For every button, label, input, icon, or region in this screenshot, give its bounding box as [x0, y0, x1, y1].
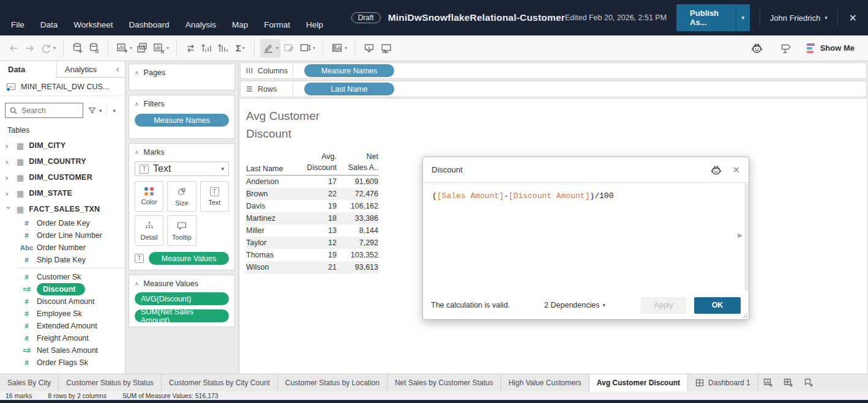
row-header[interactable]: Martinez [246, 214, 302, 223]
tab-customer-status-by-status[interactable]: Customer Status by Status [59, 374, 162, 391]
menu-data[interactable]: Data [40, 20, 58, 29]
columns-pill-measure-names[interactable]: Measure Names [304, 64, 394, 77]
cell-value[interactable]: 21 [302, 263, 337, 272]
menu-file[interactable]: File [11, 20, 24, 29]
table-row[interactable]: Davis19106,162 [246, 200, 378, 212]
edit-annotations-button[interactable] [280, 39, 297, 57]
cell-value[interactable]: 93,613 [337, 263, 378, 272]
clear-sheet-button[interactable]: ▾ [151, 39, 171, 57]
apply-button[interactable]: Apply [641, 297, 686, 314]
field-item[interactable]: =#Net Sales Amount [0, 344, 125, 357]
mark-type-dropdown[interactable]: T Text ▾ [135, 161, 229, 176]
cell-value[interactable]: 17 [302, 177, 337, 186]
cell-value[interactable]: 91,609 [337, 177, 378, 186]
tooltip-button[interactable]: Tooltip [167, 215, 196, 246]
field-item[interactable]: #Order Date Key [0, 217, 125, 229]
filter-pill-measure-names[interactable]: Measure Names [135, 114, 229, 127]
new-dashboard-tab-button[interactable] [779, 374, 799, 391]
marks-pill-measure-values[interactable]: Measure Values [149, 252, 229, 265]
einstein-icon[interactable] [710, 164, 722, 176]
new-worksheet-button[interactable]: ▾ [114, 39, 134, 57]
table-item-fact-sales-txn[interactable]: ›▦FACT_SALES_TXN [0, 201, 125, 217]
menu-help[interactable]: Help [306, 20, 323, 29]
chevron-down-icon[interactable]: › [5, 206, 13, 212]
table-row[interactable]: Anderson1791,609 [246, 176, 378, 188]
field-item[interactable]: #Order Line Number [0, 229, 125, 242]
einstein-button[interactable] [749, 39, 765, 57]
cell-value[interactable]: 8,144 [337, 226, 378, 235]
chevron-right-icon[interactable]: › [6, 142, 12, 150]
cell-value[interactable]: 22 [302, 190, 337, 198]
sort-descending-button[interactable] [215, 39, 232, 57]
tab-high-value-customers[interactable]: High Value Customers [501, 374, 589, 391]
tab-net-sales-by-customer-status[interactable]: Net Sales by Customer Status [387, 374, 501, 391]
table-row[interactable]: Thomas19103,352 [246, 249, 378, 261]
field-item[interactable]: #Extended Amount [0, 320, 125, 332]
publish-as-button[interactable]: Publish As... ▾ [676, 4, 750, 31]
tab-dashboard-1[interactable]: Dashboard 1 [688, 374, 758, 391]
menu-map[interactable]: Map [232, 20, 248, 29]
tab-customer-status-by-location[interactable]: Customer Status by Location [278, 374, 387, 391]
cell-value[interactable]: 19 [302, 202, 337, 210]
tab-sales-by-city[interactable]: Sales By City [0, 374, 59, 391]
field-item[interactable]: #Employee Sk [0, 308, 125, 320]
user-menu[interactable]: John Friedrich ▾ [770, 13, 828, 23]
collapse-card-icon[interactable]: ∧ [135, 70, 139, 76]
menu-dashboard[interactable]: Dashboard [129, 20, 170, 29]
cell-value[interactable]: 19 [302, 251, 337, 259]
column-header-net-sales[interactable]: NetSales A.. [337, 151, 378, 173]
field-filter-button[interactable]: ▾ [88, 106, 102, 115]
field-item[interactable]: #Discount Amount [0, 295, 125, 308]
pause-updates-button[interactable] [86, 39, 102, 57]
resize-handle[interactable] [743, 313, 747, 318]
table-row[interactable]: Martinez1833,386 [246, 212, 378, 224]
menu-worksheet[interactable]: Worksheet [73, 20, 113, 29]
row-header[interactable]: Wilson [246, 263, 302, 272]
pill-avg-discount[interactable]: AVG(Discount) [135, 292, 229, 305]
cell-value[interactable]: 72,476 [337, 190, 378, 198]
selected-field-pill[interactable]: Discount [37, 283, 85, 295]
close-icon[interactable]: ✕ [732, 165, 740, 176]
chevron-right-icon[interactable]: › [6, 174, 12, 182]
tab-customer-status-by-city-count[interactable]: Customer Status by City Count [162, 374, 278, 391]
cell-value[interactable]: 13 [302, 226, 337, 235]
collapse-card-icon[interactable]: ∧ [135, 149, 139, 155]
explain-data-button[interactable] [777, 39, 795, 57]
cell-value[interactable]: 103,352 [337, 251, 378, 259]
chevron-right-icon[interactable]: › [6, 158, 12, 166]
row-header[interactable]: Davis [246, 202, 302, 210]
highlight-button[interactable]: ▾ [260, 39, 280, 57]
collapse-card-icon[interactable]: ∧ [135, 101, 139, 107]
row-header[interactable]: Miller [246, 226, 302, 235]
close-icon[interactable]: ✕ [849, 12, 857, 24]
sort-ascending-button[interactable] [199, 39, 215, 57]
field-item-discount-selected[interactable]: =#Discount [0, 283, 125, 295]
present-button[interactable] [378, 39, 395, 57]
menu-analysis[interactable]: Analysis [185, 20, 216, 29]
table-row[interactable]: Brown2272,476 [246, 188, 378, 200]
cell-size-button[interactable]: ▾ [297, 39, 317, 57]
field-item[interactable]: #Ship Date Key [0, 254, 125, 266]
pill-sum-net-sales[interactable]: SUM(Net Sales Amount) [135, 309, 229, 322]
table-row[interactable]: Wilson2193,613 [246, 261, 378, 273]
undo-button[interactable] [5, 39, 21, 57]
rows-pill-last-name[interactable]: Last Name [304, 83, 394, 95]
pane-options-icon[interactable]: ▾ [113, 108, 116, 114]
detail-button[interactable]: Detail [135, 215, 163, 246]
new-story-tab-button[interactable] [799, 374, 819, 391]
collapse-card-icon[interactable]: ∧ [135, 281, 139, 287]
duplicate-sheet-button[interactable] [134, 39, 151, 57]
new-worksheet-tab-button[interactable] [758, 374, 779, 391]
chevron-right-icon[interactable]: › [6, 190, 12, 198]
totals-button[interactable]: Σ▾ [232, 39, 249, 57]
cell-value[interactable]: 12 [302, 238, 337, 247]
table-row[interactable]: Taylor127,292 [246, 237, 378, 249]
tab-avg-customer-discount[interactable]: Avg Customer Discount [589, 374, 688, 391]
swap-axes-button[interactable] [182, 39, 199, 57]
dependencies-dropdown[interactable]: 2 Dependencies ▾ [544, 301, 605, 309]
table-item-dim-country[interactable]: ›▦DIM_COUNTRY [0, 153, 125, 169]
table-item-dim-customer[interactable]: ›▦DIM_CUSTOMER [0, 169, 125, 185]
color-button[interactable]: Color [135, 181, 163, 212]
publish-dropdown-icon[interactable]: ▾ [736, 4, 750, 31]
tab-data[interactable]: Data [0, 61, 56, 78]
